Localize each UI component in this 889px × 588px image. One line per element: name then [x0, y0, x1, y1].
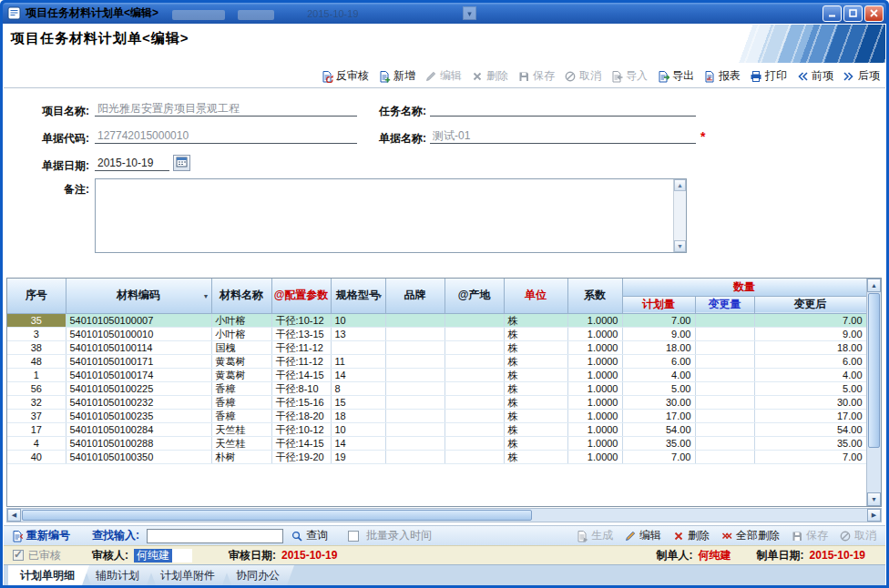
cell-seq[interactable]: 37	[7, 409, 66, 422]
cell-name[interactable]: 香樟	[211, 395, 271, 409]
cell-spec[interactable]: 18	[331, 409, 385, 422]
cell-code[interactable]: 540101050100007	[66, 313, 211, 327]
cell-plan[interactable]: 30.00	[622, 395, 695, 409]
grid-row-1[interactable]: 1540101050100174黄葛树干径:14-1514株1.00004.00…	[7, 368, 866, 381]
cell-plan[interactable]: 5.00	[622, 381, 695, 395]
scroll-down-icon[interactable]: ▼	[674, 240, 686, 252]
maximize-button[interactable]	[843, 5, 863, 22]
cell-unit[interactable]: 株	[504, 395, 567, 409]
column-header-change[interactable]: 变更量	[695, 296, 754, 313]
grid-row-40[interactable]: 40540101050100350朴树干径:19-2019株1.00007.00…	[7, 450, 866, 463]
column-header-coef[interactable]: 系数	[567, 279, 622, 313]
doc-date-field[interactable]: 2015-10-19	[95, 156, 169, 171]
toolbar-button-print[interactable]: 打印	[750, 68, 787, 84]
cell-unit[interactable]: 株	[504, 450, 567, 463]
query-button[interactable]: 查询	[291, 528, 328, 543]
cell-after[interactable]: 5.00	[754, 381, 866, 395]
cell-unit[interactable]: 株	[504, 381, 567, 395]
cell-after[interactable]: 18.00	[754, 340, 866, 354]
column-header-code[interactable]: 材料编码▼	[66, 279, 211, 313]
close-button[interactable]	[864, 5, 884, 22]
doc-name-field[interactable]: 测试-01	[430, 128, 696, 144]
minimize-button[interactable]	[823, 5, 842, 22]
cell-spec[interactable]: 13	[331, 327, 385, 340]
cell-seq[interactable]: 1	[7, 368, 66, 381]
grid-row-17[interactable]: 17540101050100284天竺桂干径:10-1210株1.000054.…	[7, 422, 866, 436]
grid-row-3[interactable]: 3540101050100010小叶榕干径:13-1513株1.00009.00…	[7, 327, 866, 340]
vertical-scroll-thumb[interactable]	[868, 293, 880, 448]
cell-coef[interactable]: 1.0000	[567, 450, 622, 463]
cell-change[interactable]	[695, 381, 754, 395]
grid-row-4[interactable]: 4540101050100288天竺桂干径:14-1514株1.000035.0…	[7, 436, 866, 450]
cell-origin[interactable]	[444, 409, 504, 422]
cell-param[interactable]: 干径:15-16	[271, 395, 331, 409]
grid-row-32[interactable]: 32540101050100232香樟干径:15-1615株1.000030.0…	[7, 395, 866, 409]
doc-code-field[interactable]: 127742015000010	[95, 128, 357, 144]
cell-origin[interactable]	[444, 313, 504, 327]
cell-seq[interactable]: 3	[7, 327, 66, 340]
cell-brand[interactable]	[385, 368, 444, 381]
cell-code[interactable]: 540101050100350	[66, 450, 211, 463]
cell-seq[interactable]: 48	[7, 354, 66, 368]
cell-spec[interactable]: 10	[331, 422, 385, 436]
cell-unit[interactable]: 株	[504, 327, 567, 340]
grid-button-delete[interactable]: 删除	[672, 528, 710, 543]
cell-coef[interactable]: 1.0000	[567, 422, 622, 436]
cell-brand[interactable]	[385, 409, 444, 422]
cell-seq[interactable]: 56	[7, 381, 66, 395]
scroll-left-button[interactable]: ◀	[7, 509, 21, 522]
cell-origin[interactable]	[444, 354, 504, 368]
cell-unit[interactable]: 株	[504, 422, 567, 436]
scroll-up-button[interactable]: ▲	[867, 279, 881, 292]
remark-textarea[interactable]: ▲ ▼	[95, 178, 687, 253]
cell-param[interactable]: 干径:18-20	[271, 409, 331, 422]
cell-param[interactable]: 干径:10-12	[271, 422, 331, 436]
column-header-origin[interactable]: @产地	[444, 279, 504, 313]
cell-name[interactable]: 天竺桂	[211, 422, 271, 436]
cell-change[interactable]	[695, 313, 754, 327]
column-header-brand[interactable]: 品牌	[385, 279, 444, 313]
cell-name[interactable]: 黄葛树	[211, 354, 271, 368]
cell-brand[interactable]	[385, 327, 444, 340]
cell-after[interactable]: 7.00	[754, 450, 866, 463]
cell-plan[interactable]: 9.00	[622, 327, 695, 340]
auditor-field[interactable]: 何纯建	[134, 549, 192, 563]
cell-unit[interactable]: 株	[504, 340, 567, 354]
cell-unit[interactable]: 株	[504, 368, 567, 381]
cell-after[interactable]: 30.00	[754, 395, 866, 409]
toolbar-button-edit[interactable]: 编辑	[424, 68, 462, 84]
toolbar-button-export[interactable]: 导出	[657, 68, 694, 84]
column-header-name[interactable]: 材料名称	[211, 279, 271, 313]
tab-plan-attachments[interactable]: 计划单附件	[148, 565, 230, 585]
cell-spec[interactable]: 11	[331, 354, 385, 368]
cell-spec[interactable]: 15	[331, 395, 385, 409]
scroll-right-button[interactable]: ▶	[867, 509, 881, 522]
cell-change[interactable]	[695, 422, 754, 436]
vertical-scroll-track[interactable]	[867, 449, 881, 492]
cell-param[interactable]: 干径:11-12	[271, 340, 331, 354]
column-header-spec[interactable]: 规格型号▼	[331, 279, 385, 313]
cell-param[interactable]: 干径:8-10	[271, 381, 331, 395]
horizontal-scroll-track[interactable]	[533, 509, 867, 522]
cell-plan[interactable]: 6.00	[622, 354, 695, 368]
cell-after[interactable]: 54.00	[754, 422, 866, 436]
grid-row-56[interactable]: 56540101050100225香樟干径:8-108株1.00005.005.…	[7, 381, 866, 395]
cell-spec[interactable]: 14	[331, 368, 385, 381]
cell-name[interactable]: 朴树	[211, 450, 271, 463]
cell-change[interactable]	[695, 354, 754, 368]
cell-name[interactable]: 黄葛树	[211, 368, 271, 381]
cell-code[interactable]: 540101050100114	[66, 340, 211, 354]
cell-origin[interactable]	[444, 436, 504, 450]
batch-checkbox[interactable]	[348, 531, 359, 542]
cell-param[interactable]: 干径:11-12	[271, 354, 331, 368]
toolbar-button-save[interactable]: 保存	[517, 68, 555, 84]
cell-param[interactable]: 干径:10-12	[271, 313, 331, 327]
cell-after[interactable]: 17.00	[754, 409, 866, 422]
cell-origin[interactable]	[444, 450, 504, 463]
cell-param[interactable]: 干径:13-15	[271, 327, 331, 340]
cell-coef[interactable]: 1.0000	[567, 436, 622, 450]
cell-unit[interactable]: 株	[504, 409, 567, 422]
grid-button-cancel[interactable]: 取消	[839, 528, 876, 543]
cell-code[interactable]: 540101050100284	[66, 422, 211, 436]
cell-spec[interactable]: 19	[331, 450, 385, 463]
